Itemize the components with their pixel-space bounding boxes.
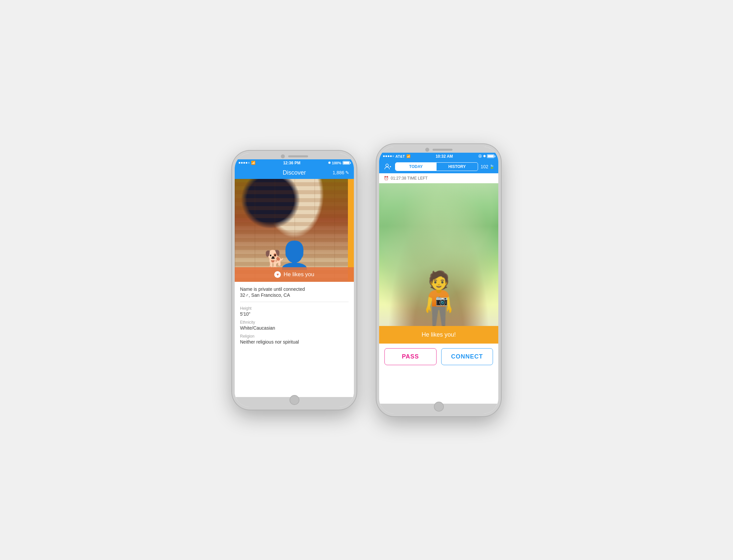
tab-history[interactable]: HISTORY (437, 163, 478, 171)
height-value: 5'10" (240, 311, 349, 317)
phone-1: 📶 12:36 PM ✱ 100% Discover 1,886 ✎ (232, 151, 357, 410)
battery-icon-2 (487, 154, 494, 158)
profile-name: Name is private until connected (240, 286, 349, 292)
battery-icon (343, 161, 350, 165)
home-button-2[interactable] (434, 402, 444, 412)
phone-2-status-bar: AT&T 📶 10:32 AM Ⓐ ✱ (379, 153, 498, 160)
battery-fill-2 (488, 155, 494, 157)
timer-bar: ⏰ 01:27:38 TIME LEFT (379, 173, 498, 183)
add-person-button[interactable] (383, 162, 392, 171)
pass-button[interactable]: PASS (384, 348, 437, 365)
connect-button[interactable]: CONNECT (441, 348, 493, 365)
status-left: 📶 (239, 161, 256, 165)
camera-icon: 📷 (436, 294, 448, 306)
dog-figure: 🐕 (265, 249, 285, 269)
nav-right: 1,886 ✎ (333, 170, 349, 175)
signal-dot-1 (383, 155, 385, 157)
wifi-icon-2: 📶 (406, 154, 410, 158)
swipe-indicator (348, 179, 354, 282)
likes-text: He likes you (284, 271, 314, 278)
status-right-2: Ⓐ ✱ (478, 154, 494, 159)
religion-field: Religion Neither religious nor spiritual (240, 334, 349, 345)
tab-today[interactable]: TODAY (395, 163, 437, 171)
phone-1-content[interactable]: 👤 🐕 ♥ He likes you Name is private until… (235, 179, 354, 397)
likes-bar-2: He likes you! (379, 326, 498, 344)
battery-fill (343, 162, 349, 164)
signal-dot-1 (239, 162, 240, 164)
signal-dot-4 (390, 155, 392, 157)
home-button[interactable] (289, 395, 299, 405)
signal-dot-5 (392, 155, 394, 157)
phone-1-screen: 📶 12:36 PM ✱ 100% Discover 1,886 ✎ (235, 159, 354, 397)
height-label: Height (240, 306, 349, 311)
profile-photo-man-dog: 👤 🐕 (235, 179, 354, 282)
pencil-icon: ✎ (345, 170, 349, 175)
divider-1 (240, 302, 349, 302)
phone-1-top-bar (235, 153, 354, 159)
status-time-2: 10:32 AM (436, 154, 453, 159)
status-time: 12:36 PM (283, 161, 300, 165)
front-camera (281, 154, 285, 158)
phone-2: AT&T 📶 10:32 AM Ⓐ ✱ (376, 144, 501, 416)
phone-2-screen: AT&T 📶 10:32 AM Ⓐ ✱ (379, 153, 498, 404)
discover-count: 1,886 (333, 170, 344, 175)
phone-1-nav-bar: Discover 1,886 ✎ (235, 167, 354, 179)
phone-2-bottom-bar (379, 404, 498, 414)
earpiece-speaker (288, 155, 308, 157)
ethnicity-value: White/Caucasian (240, 325, 349, 331)
religion-label: Religion (240, 334, 349, 339)
phone-2-top-bar (379, 147, 498, 153)
battery-percent: 100% (332, 161, 341, 165)
religion-value: Neither religious nor spiritual (240, 339, 349, 345)
timer-text: 01:27:38 TIME LEFT (391, 176, 428, 181)
heart-icon: ♥ (274, 271, 281, 278)
counter-value: 102 (481, 164, 488, 169)
signal-dot-3 (243, 162, 245, 164)
profile-photo-hiker: 🧍 📷 (379, 183, 498, 326)
profile-location: 32♂, San Francisco, CA (240, 292, 349, 298)
svg-point-0 (386, 164, 388, 167)
earpiece-speaker-2 (433, 149, 452, 151)
ethnicity-label: Ethnicity (240, 320, 349, 325)
profile-photo-area: 👤 🐕 ♥ He likes you (235, 179, 354, 282)
signal-dot-3 (388, 155, 389, 157)
nav-title: Discover (283, 169, 306, 176)
signal-dot-2 (241, 162, 243, 164)
clock-icon: ⏰ (384, 176, 389, 181)
signal-bars-2 (383, 155, 394, 157)
status-left-2: AT&T 📶 (383, 154, 410, 158)
tab-bar: TODAY HISTORY 102 🍃 (379, 160, 498, 173)
height-field: Height 5'10" (240, 306, 349, 317)
phone-1-bottom-bar (235, 397, 354, 407)
signal-dot-4 (246, 162, 247, 164)
tab-group: TODAY HISTORY (395, 162, 478, 171)
signal-dot-5 (248, 162, 250, 164)
bluetooth-icon: ✱ (328, 161, 331, 165)
profile-photo-area-2: 🧍 📷 (379, 183, 498, 326)
ethnicity-field: Ethnicity White/Caucasian (240, 320, 349, 331)
account-icon: Ⓐ (478, 154, 482, 159)
action-buttons: PASS CONNECT (379, 344, 498, 370)
profile-info: Name is private until connected 32♂, San… (235, 282, 354, 353)
tab-counter: 102 🍃 (481, 164, 494, 169)
phone-1-status-bar: 📶 12:36 PM ✱ 100% (235, 159, 354, 167)
leaf-icon: 🍃 (489, 164, 494, 169)
likes-bar: ♥ He likes you (235, 267, 354, 282)
signal-bars (239, 162, 250, 164)
bluetooth-icon-2: ✱ (483, 154, 486, 158)
front-camera-2 (425, 148, 429, 152)
carrier-text: AT&T (395, 154, 405, 158)
status-right: ✱ 100% (328, 161, 350, 165)
wifi-icon: 📶 (251, 161, 256, 165)
signal-dot-2 (385, 155, 387, 157)
